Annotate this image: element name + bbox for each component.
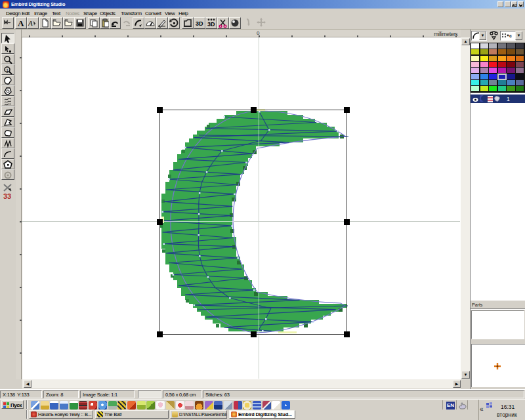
svg-text:3D: 3D	[207, 21, 215, 28]
svg-text:A: A	[28, 19, 33, 27]
svg-text:3D: 3D	[196, 20, 203, 27]
svg-text:c: c	[509, 33, 512, 38]
svg-text:1: 1	[7, 68, 9, 72]
svg-text:A: A	[18, 18, 24, 28]
